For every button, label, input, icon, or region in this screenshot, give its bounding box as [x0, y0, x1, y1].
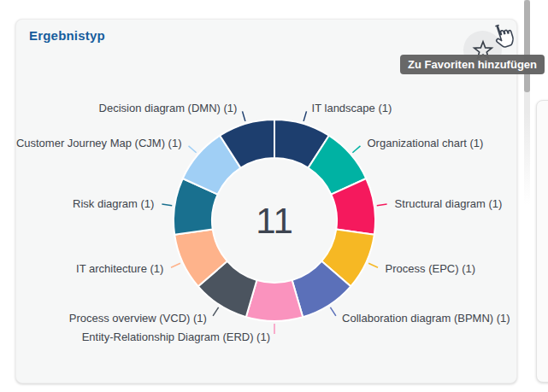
segment-label: Customer Journey Map (CJM) (1) [16, 137, 182, 149]
segment-leader-line [377, 204, 387, 206]
segment-leader-line [171, 263, 180, 267]
segment-leader-line [189, 146, 197, 153]
segment-leader-line [162, 204, 172, 206]
segment-label: IT landscape (1) [312, 102, 392, 114]
favorite-tooltip: Zu Favoriten hinzufügen [400, 55, 545, 74]
segment-label: IT architecture (1) [76, 262, 163, 275]
scrollbar-thumb[interactable] [524, 0, 530, 92]
donut-center-total: 11 [256, 201, 293, 241]
page: { "card": { "title": "Ergebnistyp" }, "t… [0, 0, 548, 392]
adjacent-card [536, 100, 548, 383]
result-type-donut-chart: IT landscape (1)Organizational chart (1)… [16, 20, 518, 384]
segment-leader-line [213, 307, 219, 316]
segment-label: Entity-Relationship Diagram (ERD) (1) [82, 331, 270, 343]
segment-leader-line [352, 146, 360, 153]
segment-label: Organizational chart (1) [368, 137, 484, 149]
segment-label: Collaboration diagram (BPMN) (1) [342, 312, 510, 325]
segment-label: Structural diagram (1) [395, 197, 503, 210]
segment-label: Process overview (VCD) (1) [69, 312, 207, 325]
segment-label: Process (EPC) (1) [386, 262, 475, 275]
segment-leader-line [303, 111, 306, 121]
segment-leader-line [368, 263, 378, 267]
segment-label: Risk diagram (1) [73, 197, 154, 210]
segment-leader-line [243, 111, 245, 121]
segment-leader-line [330, 307, 336, 316]
segment-label: Decision diagram (DMN) (1) [99, 102, 238, 114]
